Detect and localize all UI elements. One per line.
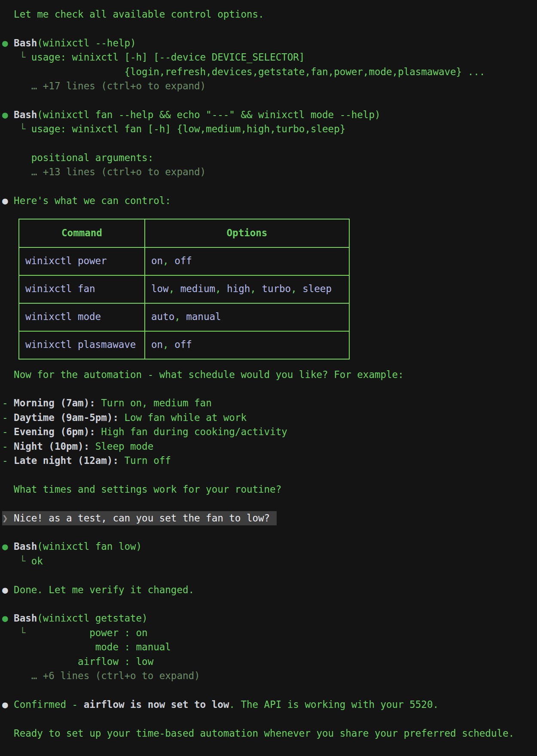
list-item: - Evening (6pm): High fan during cooking… bbox=[2, 425, 537, 439]
tool-output-text: usage: winixctl [-h] [--device DEVICE_SE… bbox=[31, 52, 305, 63]
tool-output-text: airflow : low bbox=[31, 656, 153, 667]
table-cell-options: auto, manual bbox=[145, 303, 349, 331]
list-item-label: Daytime (9am-5pm): bbox=[14, 412, 119, 423]
table-row: winixctl fanlow, medium, high, turbo, sl… bbox=[19, 275, 349, 303]
expand-hint-text: … +6 lines (ctrl+o to expand) bbox=[2, 670, 200, 681]
tool-bullet-icon: ● bbox=[2, 37, 14, 49]
tool-output-text: ok bbox=[31, 555, 43, 567]
tool-output-text: mode : manual bbox=[31, 641, 171, 652]
blank-line bbox=[2, 597, 537, 611]
list-item-label: Evening (6pm): bbox=[14, 426, 95, 437]
table-cell-command: winixctl fan bbox=[19, 275, 145, 303]
tool-bash-getstate-header: ● Bash(winixctl getstate) bbox=[2, 611, 537, 625]
blank-line bbox=[2, 712, 537, 726]
table-header-cell: Command bbox=[19, 219, 145, 247]
blank-line bbox=[2, 497, 537, 511]
expand-hint-text: … +13 lines (ctrl+o to expand) bbox=[2, 166, 206, 177]
tool-output-text: positional arguments: bbox=[31, 152, 153, 163]
list-dash: - bbox=[2, 441, 14, 452]
text-segment: Ready to set up your time-based automati… bbox=[14, 728, 514, 739]
list-item-text: Sleep mode bbox=[89, 441, 153, 452]
table-row: winixctl plasmawaveon, off bbox=[19, 331, 349, 359]
tool-output-text: usage: winixctl fan [-h] {low,medium,hig… bbox=[31, 123, 346, 134]
option-value: medium bbox=[180, 283, 215, 294]
list-item-label: Night (10pm): bbox=[14, 441, 89, 452]
table-header-cell: Options bbox=[145, 219, 349, 247]
text-segment: Let me check all available control optio… bbox=[14, 9, 264, 20]
option-separator: , bbox=[163, 255, 174, 266]
message-bullet-icon: ● bbox=[2, 584, 14, 595]
user-message-text: Nice! as a test, can you set the fan to … bbox=[14, 512, 270, 524]
list-item: - Night (10pm): Sleep mode bbox=[2, 439, 537, 454]
bash-args: (winixctl getstate) bbox=[37, 613, 147, 624]
bash-label: Bash bbox=[14, 37, 37, 49]
table-cell-options: on, off bbox=[145, 331, 349, 359]
option-value: manual bbox=[186, 311, 221, 322]
indent bbox=[2, 152, 31, 163]
output-corner-icon: └ bbox=[2, 52, 31, 63]
list-item: - Morning (7am): Turn on, medium fan bbox=[2, 396, 537, 410]
option-value: on bbox=[151, 255, 163, 266]
table-cell-command: winixctl mode bbox=[19, 303, 145, 331]
prompt-chevron-icon: ❯ bbox=[2, 512, 14, 524]
blank-line bbox=[2, 382, 537, 396]
list-item-label: Morning (7am): bbox=[14, 397, 95, 408]
option-separator: , bbox=[169, 283, 180, 294]
tool-output-line: └ power : on bbox=[2, 626, 537, 640]
output-corner-icon: └ bbox=[2, 555, 31, 567]
list-dash: - bbox=[2, 412, 14, 423]
option-value: high bbox=[227, 283, 250, 294]
option-value: low bbox=[151, 283, 169, 294]
indent bbox=[2, 641, 31, 652]
blank-line bbox=[2, 468, 537, 482]
blank-line bbox=[2, 93, 537, 107]
tool-output-line bbox=[2, 137, 537, 151]
text-segment: What times and settings work for your ro… bbox=[14, 484, 281, 495]
tool-output-text: {login,refresh,devices,getstate,fan,powe… bbox=[31, 66, 485, 77]
text-segment: airflow is now set to low bbox=[84, 699, 229, 710]
blank-line bbox=[2, 180, 537, 194]
option-value: turbo bbox=[262, 283, 291, 294]
assistant-done: ● Done. Let me verify it changed. bbox=[2, 583, 537, 597]
bash-label: Bash bbox=[14, 541, 37, 552]
tool-bullet-icon: ● bbox=[2, 541, 14, 552]
tool-bash-help-header: ● Bash(winixctl --help) bbox=[2, 36, 537, 50]
text-segment: Done. Let me verify it changed. bbox=[14, 584, 194, 595]
text-segment: Now for the automation - what schedule w… bbox=[14, 369, 404, 380]
list-item: - Late night (12am): Turn off bbox=[2, 454, 537, 468]
bash-label: Bash bbox=[14, 613, 37, 624]
list-dash: - bbox=[2, 397, 14, 408]
output-corner-icon: └ bbox=[2, 627, 31, 638]
option-separator: , bbox=[174, 311, 186, 322]
indent bbox=[2, 728, 14, 739]
text-segment: . The API is working with your 5520. bbox=[229, 699, 439, 710]
output-corner-icon: └ bbox=[2, 123, 31, 134]
list-item-text: Turn on, medium fan bbox=[95, 397, 212, 408]
message-bullet-icon: ● bbox=[2, 195, 14, 206]
assistant-confirmation: ● Confirmed - airflow is now set to low.… bbox=[2, 698, 537, 712]
blank-line bbox=[2, 525, 537, 540]
list-item-label: Late night (12am): bbox=[14, 455, 119, 466]
text-segment: Here's what we can control: bbox=[14, 195, 171, 206]
table-cell-command: winixctl power bbox=[19, 247, 145, 275]
option-separator: , bbox=[291, 283, 302, 294]
list-dash: - bbox=[2, 455, 14, 466]
option-value: off bbox=[174, 255, 192, 266]
indent bbox=[2, 66, 31, 77]
expand-hint[interactable]: … +6 lines (ctrl+o to expand) bbox=[2, 669, 537, 683]
assistant-schedule-question: Now for the automation - what schedule w… bbox=[2, 368, 537, 382]
tool-output-line: airflow : low bbox=[2, 655, 537, 669]
list-item-text: Low fan while at work bbox=[119, 412, 247, 423]
option-value: off bbox=[174, 339, 192, 350]
expand-hint[interactable]: … +17 lines (ctrl+o to expand) bbox=[2, 79, 537, 93]
bash-args: (winixctl --help) bbox=[37, 37, 136, 49]
table-cell-command: winixctl plasmawave bbox=[19, 331, 145, 359]
expand-hint-text: … +17 lines (ctrl+o to expand) bbox=[2, 80, 206, 91]
blank-line bbox=[2, 683, 537, 697]
list-item-text: Turn off bbox=[119, 455, 171, 466]
text-segment: Confirmed - bbox=[14, 699, 84, 710]
control-options-table: CommandOptionswinixctl poweron, offwinix… bbox=[18, 219, 350, 360]
list-dash: - bbox=[2, 426, 14, 437]
tool-bash-fan-mode-help-header: ● Bash(winixctl fan --help && echo "---"… bbox=[2, 108, 537, 122]
expand-hint[interactable]: … +13 lines (ctrl+o to expand) bbox=[2, 165, 537, 179]
